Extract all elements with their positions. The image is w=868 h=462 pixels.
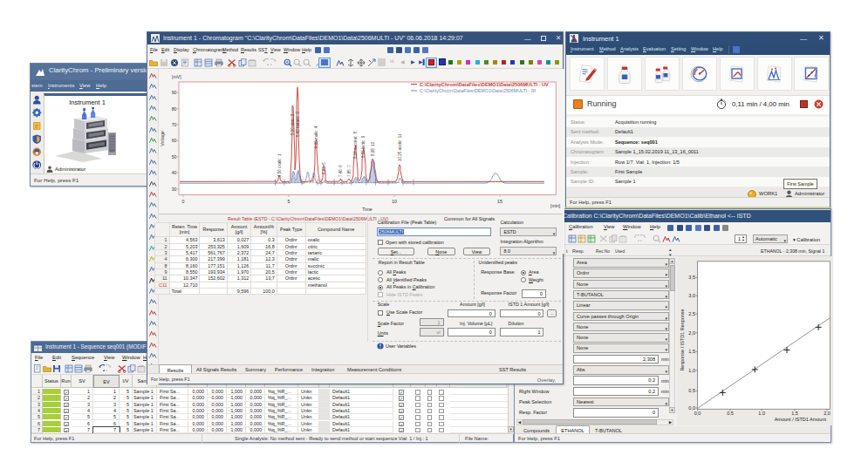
svg-text:90: 90 (172, 90, 177, 95)
svg-text:30: 30 (172, 187, 177, 192)
svg-text:2,5: 2,5 (688, 311, 695, 316)
svg-text:8,16 succinic 8: 8,16 succinic 8 (353, 131, 358, 159)
svg-text:10,25 acetic 11: 10,25 acetic 11 (398, 133, 402, 161)
svg-text:70: 70 (172, 122, 177, 127)
svg-text:10: 10 (392, 199, 397, 204)
svg-text:Amount / ISTD1 Amount: Amount / ISTD1 Amount (775, 417, 827, 422)
svg-text:C:\ClarityChrom\DataFiles\DEMO: C:\ClarityChrom\DataFiles\DEMO1\Data\250… (420, 88, 536, 93)
svg-text:15: 15 (497, 199, 502, 204)
svg-text:0: 0 (182, 199, 185, 204)
svg-text:7,46 6: 7,46 6 (338, 165, 343, 177)
svg-text:[mV]: [mV] (172, 74, 181, 79)
svg-text:60: 60 (172, 138, 177, 143)
svg-text:5: 5 (288, 199, 290, 204)
svg-text:8,55 lactic 9: 8,55 lactic 9 (361, 135, 366, 158)
svg-text:8,98 10: 8,98 10 (371, 141, 375, 156)
svg-text:50: 50 (172, 154, 177, 160)
svg-text:7,85 7: 7,85 7 (347, 165, 352, 177)
svg-text:0,5: 0,5 (688, 388, 695, 393)
svg-text:5,20 citric 2: 5,20 citric 2 (290, 113, 295, 135)
svg-text:3,0: 3,0 (688, 293, 695, 298)
svg-text:0,0: 0,0 (694, 411, 701, 416)
svg-text:Time: Time (362, 207, 372, 212)
svg-text:Voltage: Voltage (160, 131, 165, 146)
svg-text:1,0: 1,0 (688, 368, 695, 373)
svg-text:Response / ISTD1 Response: Response / ISTD1 Response (680, 309, 685, 370)
svg-text:[min]: [min] (550, 203, 561, 208)
svg-text:6,67 5: 6,67 5 (322, 162, 326, 174)
svg-text:5,42 tartaric 3: 5,42 tartaric 3 (296, 112, 300, 137)
svg-text:3,5: 3,5 (688, 275, 695, 280)
svg-text:4,56 oxalic 1: 4,56 oxalic 1 (277, 153, 282, 177)
svg-text:0,5: 0,5 (727, 411, 734, 416)
svg-text:2,0: 2,0 (688, 330, 695, 336)
svg-text:40: 40 (172, 170, 177, 175)
svg-text:80: 80 (172, 106, 177, 112)
svg-text:C:\ClarityChrom\DataFiles\DEMO: C:\ClarityChrom\DataFiles\DEMO1\Data\250… (420, 82, 549, 87)
svg-text:6,30 malic 4: 6,30 malic 4 (314, 126, 318, 148)
svg-text:1,5: 1,5 (688, 349, 695, 354)
svg-text:1,0: 1,0 (758, 411, 765, 416)
svg-text:2,0: 2,0 (824, 411, 830, 416)
svg-text:1,5: 1,5 (791, 411, 798, 416)
